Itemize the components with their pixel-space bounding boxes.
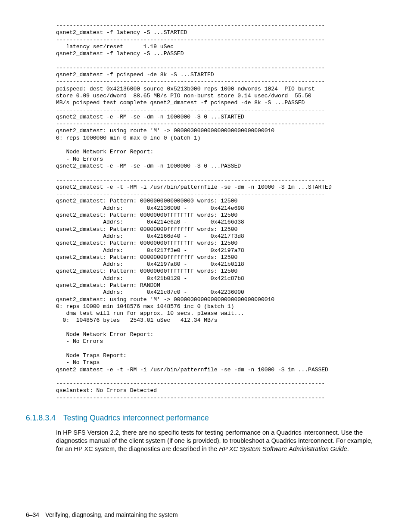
section-heading: 6.1.8.3.4Testing Quadrics interconnect p… xyxy=(26,414,385,423)
para-suffix: . xyxy=(347,445,349,452)
footer-text: Verifying, diagnosing, and maintaining t… xyxy=(45,511,177,518)
page: ----------------------------------------… xyxy=(0,0,411,532)
terminal-output: ----------------------------------------… xyxy=(56,22,385,401)
body-paragraph: In HP SFS Version 2.2, there are no spec… xyxy=(56,429,381,453)
page-footer: 6–34Verifying, diagnosing, and maintaini… xyxy=(26,511,178,518)
page-number: 6–34 xyxy=(26,511,39,518)
para-italic: HP XC System Software Administration Gui… xyxy=(219,445,347,452)
section-number: 6.1.8.3.4 xyxy=(26,414,56,423)
section-title: Testing Quadrics interconnect performanc… xyxy=(63,414,209,422)
